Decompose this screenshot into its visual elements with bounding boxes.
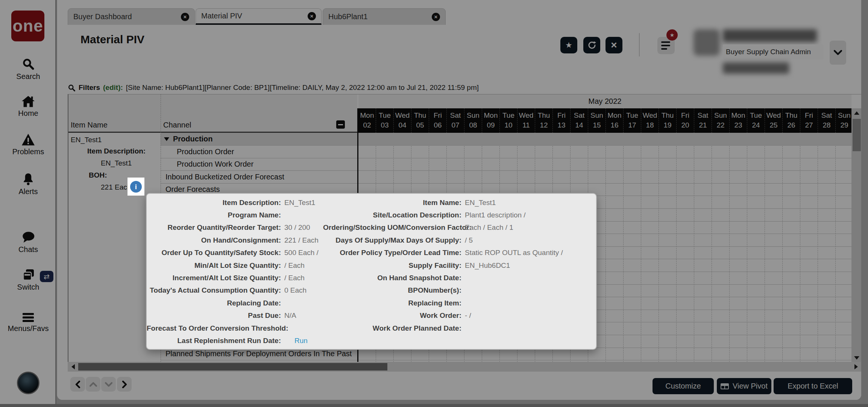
popup-field-value: 500 Each / <box>281 249 323 257</box>
popup-field-label: Ordering/Stocking UOM/Conversion Factor: <box>323 223 461 232</box>
popup-field-label: Item Name: <box>323 199 461 207</box>
popup-row: Replacing Date:Replacing Item: <box>147 297 596 309</box>
popup-field-label: On Hand Snapshot Date: <box>323 274 461 282</box>
popup-row: Order Up To Quantity/Safety Stock:500 Ea… <box>147 247 596 259</box>
popup-field-label: Replacing Item: <box>323 299 461 307</box>
popup-row: Past Due:N/AWork Order:- / <box>147 310 596 322</box>
info-icon-highlight: i <box>127 178 144 196</box>
popup-row: Min/Alt Lot Size Quantity:/ EachSupply F… <box>147 259 596 272</box>
popup-row: Program Name:Site/Location Description:P… <box>147 209 596 221</box>
popup-field-value: / Each <box>281 274 323 282</box>
popup-field-label: Forecast To Order Conversion Threshold: <box>147 324 281 333</box>
item-info-popup: Item Description:EN_Test1Item Name:EN_Te… <box>146 193 597 350</box>
popup-field-label: Work Order: <box>323 311 461 320</box>
popup-field-label: Increment/Alt Lot Size Quantity: <box>147 274 281 282</box>
popup-field-value: 30 / 200 <box>281 223 323 232</box>
info-icon[interactable]: i <box>130 181 142 193</box>
popup-row: Last Replenishment Run Date:Run <box>147 334 596 347</box>
popup-row: Reorder Quantity/Reorder Target:30 / 200… <box>147 222 596 234</box>
popup-field-value: Each / Each / 1 <box>461 223 596 232</box>
popup-field-value: EN_Hub6DC1 <box>461 261 596 270</box>
screen: one SearchHomeProblemsAlertsChatsSwitchM… <box>0 0 868 407</box>
popup-field-label: Work Order Planned Date: <box>323 324 461 333</box>
popup-field-value: Static ROP OUTL as Quantity / <box>461 249 596 257</box>
popup-field-label: Replacing Date: <box>147 299 281 307</box>
popup-field-label: Item Description: <box>147 199 281 207</box>
popup-field-value: / 5 <box>461 236 596 245</box>
popup-field-value: N/A <box>281 311 323 320</box>
popup-field-label: On Hand/Consignment: <box>147 236 281 245</box>
popup-field-label: BPONumber(s): <box>323 286 461 295</box>
popup-row: On Hand/Consignment:221 / EachDays Of Su… <box>147 234 596 246</box>
run-link[interactable]: Run <box>281 337 323 345</box>
popup-field-label: Order Up To Quantity/Safety Stock: <box>147 249 281 257</box>
popup-field-label: Order Policy Type/Order Lead Time: <box>323 249 461 257</box>
popup-field-value: / Each <box>281 261 323 270</box>
popup-field-label: Program Name: <box>147 211 281 219</box>
popup-field-label: Last Replenishment Run Date: <box>147 337 281 345</box>
popup-field-value: 0 Each <box>281 286 323 295</box>
popup-field-label: Past Due: <box>147 311 281 320</box>
popup-field-value: EN_Test1 <box>461 199 596 207</box>
popup-field-label: Site/Location Description: <box>323 211 461 219</box>
popup-field-value: 221 / Each <box>281 236 323 245</box>
popup-field-value: - / <box>461 311 596 320</box>
popup-field-label: Supply Facility: <box>323 261 461 270</box>
popup-field-label: Today's Actual Consumption Quantity: <box>147 286 281 295</box>
popup-field-label: Min/Alt Lot Size Quantity: <box>147 261 281 270</box>
popup-row: Today's Actual Consumption Quantity:0 Ea… <box>147 284 596 297</box>
popup-field-label: Reorder Quantity/Reorder Target: <box>147 223 281 232</box>
popup-field-value: EN_Test1 <box>281 199 323 207</box>
popup-field-value: Plant1 description / <box>461 211 596 219</box>
popup-field-label: Days Of Supply/Max Days Of Supply: <box>323 236 461 245</box>
popup-row: Item Description:EN_Test1Item Name:EN_Te… <box>147 196 596 209</box>
popup-row: Forecast To Order Conversion Threshold:W… <box>147 322 596 334</box>
popup-row: Increment/Alt Lot Size Quantity:/ EachOn… <box>147 272 596 284</box>
